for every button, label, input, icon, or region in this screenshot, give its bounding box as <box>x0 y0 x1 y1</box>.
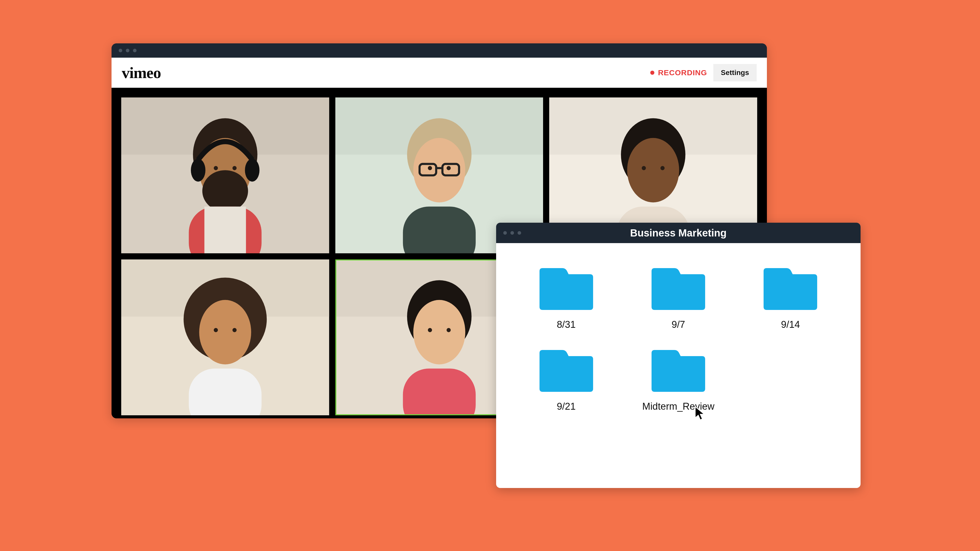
svg-point-40 <box>428 328 432 332</box>
window-close-dot[interactable] <box>119 49 122 52</box>
live-indicator: LIVE <box>121 418 146 418</box>
folder-item[interactable]: 9/7 <box>636 266 720 330</box>
folder-item[interactable]: 8/31 <box>524 266 608 330</box>
folder-item[interactable]: 9/21 <box>524 348 608 412</box>
app-header: vimeo RECORDING Settings <box>111 58 767 88</box>
folder-window: Business Marketing 8/31 9/7 9/14 9/21 Mi… <box>496 223 861 488</box>
svg-point-26 <box>642 166 646 170</box>
svg-point-10 <box>232 166 237 170</box>
folder-icon <box>537 348 596 394</box>
folder-label: 9/7 <box>672 319 685 330</box>
folder-item[interactable]: Midterm_Review <box>636 348 720 412</box>
viewer-count-value: 276 <box>162 418 175 418</box>
recording-label: RECORDING <box>658 68 707 77</box>
svg-rect-15 <box>403 206 476 253</box>
svg-point-33 <box>214 328 218 332</box>
participant-tile[interactable] <box>121 259 329 415</box>
folder-grid: 8/31 9/7 9/14 9/21 Midterm_Review <box>496 243 861 435</box>
folder-window-title: Business Marketing <box>496 227 861 239</box>
folder-window-maximize-dot[interactable] <box>517 231 521 235</box>
folder-label: 9/14 <box>781 319 800 330</box>
viewer-count: 276 <box>151 418 175 418</box>
participant-tile[interactable] <box>121 97 329 253</box>
window-maximize-dot[interactable] <box>133 49 137 52</box>
folder-label: 8/31 <box>557 319 576 330</box>
participant-avatar <box>121 259 329 415</box>
svg-rect-32 <box>189 368 262 415</box>
svg-point-38 <box>413 300 465 365</box>
svg-point-31 <box>199 300 251 365</box>
svg-rect-39 <box>403 368 476 415</box>
svg-point-24 <box>627 138 679 203</box>
svg-point-7 <box>191 159 205 182</box>
svg-point-8 <box>245 159 259 182</box>
window-minimize-dot[interactable] <box>126 49 129 52</box>
svg-point-9 <box>214 166 218 170</box>
recording-dot-icon <box>650 71 654 75</box>
settings-button[interactable]: Settings <box>713 64 757 81</box>
folder-item[interactable]: 9/14 <box>749 266 832 330</box>
folder-label: 9/21 <box>557 401 576 412</box>
svg-point-20 <box>447 166 451 170</box>
folder-window-close-dot[interactable] <box>503 231 507 235</box>
folder-icon <box>761 266 820 312</box>
svg-point-19 <box>428 166 432 170</box>
participant-avatar <box>121 97 329 253</box>
brand-logo: vimeo <box>122 64 161 82</box>
svg-point-4 <box>202 170 248 212</box>
svg-rect-6 <box>204 206 246 253</box>
folder-label: Midterm_Review <box>642 401 714 412</box>
folder-icon <box>649 348 708 394</box>
live-label: LIVE <box>128 418 146 418</box>
svg-point-34 <box>232 328 237 332</box>
recording-indicator: RECORDING <box>650 68 707 77</box>
svg-point-14 <box>413 138 465 203</box>
folder-window-minimize-dot[interactable] <box>511 231 514 235</box>
svg-point-27 <box>660 166 665 170</box>
svg-point-41 <box>447 328 451 332</box>
folder-icon <box>537 266 596 312</box>
folder-icon <box>649 266 708 312</box>
window-titlebar <box>111 43 767 58</box>
folder-window-titlebar: Business Marketing <box>496 223 861 243</box>
